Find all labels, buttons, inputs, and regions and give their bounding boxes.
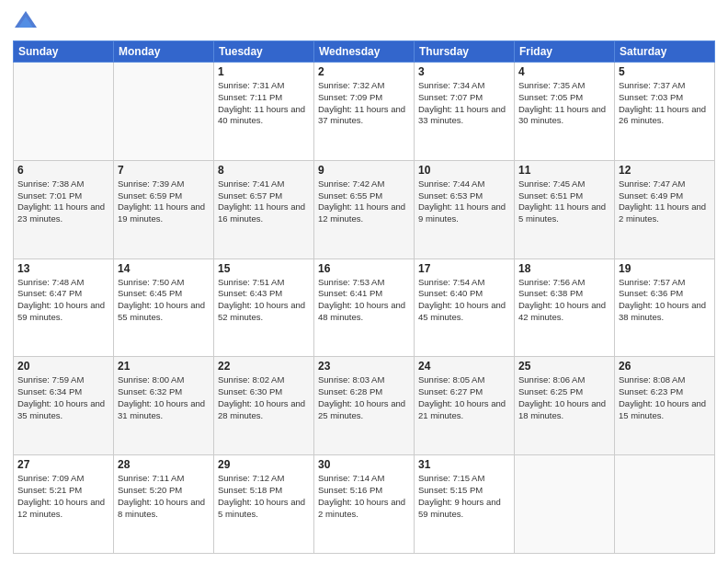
day-number: 8 <box>218 164 310 177</box>
day-cell: 23Sunrise: 8:03 AM Sunset: 6:28 PM Dayli… <box>314 357 415 455</box>
day-cell <box>14 63 114 161</box>
day-cell: 7Sunrise: 7:39 AM Sunset: 6:59 PM Daylig… <box>114 160 214 259</box>
day-info: Sunrise: 8:02 AM Sunset: 6:30 PM Dayligh… <box>218 374 310 421</box>
day-cell <box>615 455 715 554</box>
day-info: Sunrise: 8:08 AM Sunset: 6:23 PM Dayligh… <box>619 374 711 421</box>
day-info: Sunrise: 7:37 AM Sunset: 7:03 PM Dayligh… <box>619 80 711 127</box>
day-info: Sunrise: 7:31 AM Sunset: 7:11 PM Dayligh… <box>218 80 310 127</box>
day-info: Sunrise: 7:59 AM Sunset: 6:34 PM Dayligh… <box>17 374 109 421</box>
day-cell: 10Sunrise: 7:44 AM Sunset: 6:53 PM Dayli… <box>415 160 515 259</box>
day-info: Sunrise: 7:56 AM Sunset: 6:38 PM Dayligh… <box>518 277 610 324</box>
day-number: 3 <box>418 65 510 78</box>
day-info: Sunrise: 7:50 AM Sunset: 6:45 PM Dayligh… <box>118 277 210 324</box>
header-cell-monday: Monday <box>114 41 214 63</box>
header-cell-wednesday: Wednesday <box>314 41 415 63</box>
day-cell: 30Sunrise: 7:14 AM Sunset: 5:16 PM Dayli… <box>314 455 415 554</box>
day-cell: 18Sunrise: 7:56 AM Sunset: 6:38 PM Dayli… <box>515 259 615 357</box>
week-row-1: 6Sunrise: 7:38 AM Sunset: 7:01 PM Daylig… <box>14 160 715 259</box>
day-cell: 27Sunrise: 7:09 AM Sunset: 5:21 PM Dayli… <box>14 455 114 554</box>
day-number: 30 <box>318 458 410 471</box>
day-cell: 21Sunrise: 8:00 AM Sunset: 6:32 PM Dayli… <box>114 357 214 455</box>
week-row-4: 27Sunrise: 7:09 AM Sunset: 5:21 PM Dayli… <box>14 455 715 554</box>
day-cell: 19Sunrise: 7:57 AM Sunset: 6:36 PM Dayli… <box>615 259 715 357</box>
day-cell: 29Sunrise: 7:12 AM Sunset: 5:18 PM Dayli… <box>214 455 314 554</box>
day-number: 20 <box>17 360 109 373</box>
day-number: 27 <box>17 458 109 471</box>
day-cell: 14Sunrise: 7:50 AM Sunset: 6:45 PM Dayli… <box>114 259 214 357</box>
day-number: 12 <box>619 164 711 177</box>
day-info: Sunrise: 7:44 AM Sunset: 6:53 PM Dayligh… <box>418 178 510 225</box>
day-info: Sunrise: 7:11 AM Sunset: 5:20 PM Dayligh… <box>118 473 210 520</box>
day-number: 17 <box>418 262 510 275</box>
day-info: Sunrise: 7:53 AM Sunset: 6:41 PM Dayligh… <box>318 277 410 324</box>
day-number: 25 <box>518 360 610 373</box>
day-info: Sunrise: 7:34 AM Sunset: 7:07 PM Dayligh… <box>418 80 510 127</box>
day-info: Sunrise: 7:15 AM Sunset: 5:15 PM Dayligh… <box>418 473 510 520</box>
day-number: 13 <box>17 262 109 275</box>
day-info: Sunrise: 8:05 AM Sunset: 6:27 PM Dayligh… <box>418 374 510 421</box>
day-cell: 6Sunrise: 7:38 AM Sunset: 7:01 PM Daylig… <box>14 160 114 259</box>
week-row-3: 20Sunrise: 7:59 AM Sunset: 6:34 PM Dayli… <box>14 357 715 455</box>
day-cell: 12Sunrise: 7:47 AM Sunset: 6:49 PM Dayli… <box>615 160 715 259</box>
day-info: Sunrise: 7:32 AM Sunset: 7:09 PM Dayligh… <box>318 80 410 127</box>
day-cell: 20Sunrise: 7:59 AM Sunset: 6:34 PM Dayli… <box>14 357 114 455</box>
day-info: Sunrise: 7:09 AM Sunset: 5:21 PM Dayligh… <box>17 473 109 520</box>
day-number: 6 <box>17 164 109 177</box>
day-number: 9 <box>318 164 410 177</box>
day-cell: 31Sunrise: 7:15 AM Sunset: 5:15 PM Dayli… <box>415 455 515 554</box>
day-cell <box>114 63 214 161</box>
day-info: Sunrise: 7:14 AM Sunset: 5:16 PM Dayligh… <box>318 473 410 520</box>
day-info: Sunrise: 7:47 AM Sunset: 6:49 PM Dayligh… <box>619 178 711 225</box>
day-cell: 3Sunrise: 7:34 AM Sunset: 7:07 PM Daylig… <box>415 63 515 161</box>
day-info: Sunrise: 8:06 AM Sunset: 6:25 PM Dayligh… <box>518 374 610 421</box>
day-number: 16 <box>318 262 410 275</box>
day-cell: 1Sunrise: 7:31 AM Sunset: 7:11 PM Daylig… <box>214 63 314 161</box>
header-cell-sunday: Sunday <box>14 41 114 63</box>
day-cell: 16Sunrise: 7:53 AM Sunset: 6:41 PM Dayli… <box>314 259 415 357</box>
week-row-2: 13Sunrise: 7:48 AM Sunset: 6:47 PM Dayli… <box>14 259 715 357</box>
header-row: SundayMondayTuesdayWednesdayThursdayFrid… <box>14 41 715 63</box>
day-info: Sunrise: 7:35 AM Sunset: 7:05 PM Dayligh… <box>518 80 610 127</box>
day-number: 28 <box>118 458 210 471</box>
day-info: Sunrise: 7:41 AM Sunset: 6:57 PM Dayligh… <box>218 178 310 225</box>
day-number: 24 <box>418 360 510 373</box>
day-number: 10 <box>418 164 510 177</box>
day-number: 26 <box>619 360 711 373</box>
day-cell: 26Sunrise: 8:08 AM Sunset: 6:23 PM Dayli… <box>615 357 715 455</box>
day-number: 23 <box>318 360 410 373</box>
day-number: 2 <box>318 65 410 78</box>
day-number: 1 <box>218 65 310 78</box>
day-number: 22 <box>218 360 310 373</box>
day-info: Sunrise: 7:38 AM Sunset: 7:01 PM Dayligh… <box>17 178 109 225</box>
day-number: 29 <box>218 458 310 471</box>
day-number: 18 <box>518 262 610 275</box>
day-cell: 25Sunrise: 8:06 AM Sunset: 6:25 PM Dayli… <box>515 357 615 455</box>
day-cell: 22Sunrise: 8:02 AM Sunset: 6:30 PM Dayli… <box>214 357 314 455</box>
header-cell-thursday: Thursday <box>415 41 515 63</box>
day-number: 11 <box>518 164 610 177</box>
calendar-body: 1Sunrise: 7:31 AM Sunset: 7:11 PM Daylig… <box>14 63 715 554</box>
logo <box>13 9 42 35</box>
day-cell: 11Sunrise: 7:45 AM Sunset: 6:51 PM Dayli… <box>515 160 615 259</box>
day-info: Sunrise: 7:57 AM Sunset: 6:36 PM Dayligh… <box>619 277 711 324</box>
day-cell: 24Sunrise: 8:05 AM Sunset: 6:27 PM Dayli… <box>415 357 515 455</box>
day-cell: 15Sunrise: 7:51 AM Sunset: 6:43 PM Dayli… <box>214 259 314 357</box>
header-cell-friday: Friday <box>515 41 615 63</box>
day-number: 7 <box>118 164 210 177</box>
day-number: 15 <box>218 262 310 275</box>
day-info: Sunrise: 7:12 AM Sunset: 5:18 PM Dayligh… <box>218 473 310 520</box>
calendar-header: SundayMondayTuesdayWednesdayThursdayFrid… <box>14 41 715 63</box>
day-info: Sunrise: 7:48 AM Sunset: 6:47 PM Dayligh… <box>17 277 109 324</box>
day-info: Sunrise: 7:51 AM Sunset: 6:43 PM Dayligh… <box>218 277 310 324</box>
day-info: Sunrise: 7:45 AM Sunset: 6:51 PM Dayligh… <box>518 178 610 225</box>
header <box>13 9 715 35</box>
logo-icon <box>13 9 39 35</box>
day-cell: 8Sunrise: 7:41 AM Sunset: 6:57 PM Daylig… <box>214 160 314 259</box>
day-number: 14 <box>118 262 210 275</box>
day-number: 31 <box>418 458 510 471</box>
day-cell: 13Sunrise: 7:48 AM Sunset: 6:47 PM Dayli… <box>14 259 114 357</box>
week-row-0: 1Sunrise: 7:31 AM Sunset: 7:11 PM Daylig… <box>14 63 715 161</box>
header-cell-tuesday: Tuesday <box>214 41 314 63</box>
day-cell: 9Sunrise: 7:42 AM Sunset: 6:55 PM Daylig… <box>314 160 415 259</box>
calendar-table: SundayMondayTuesdayWednesdayThursdayFrid… <box>13 40 715 554</box>
